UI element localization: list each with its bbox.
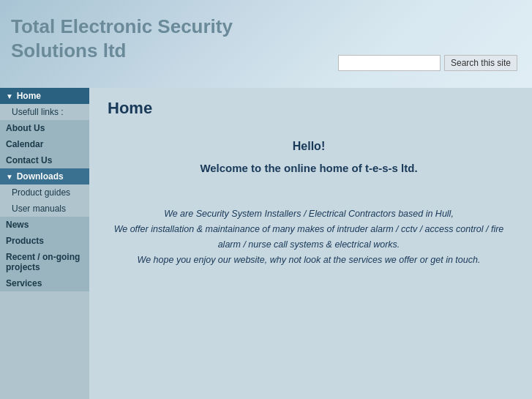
- hello-heading: Hello!: [108, 140, 510, 153]
- main-content: Home Hello! Welcome to the online home o…: [89, 88, 532, 399]
- sidebar-item-calendar[interactable]: Calendar: [0, 136, 89, 152]
- site-title: Total Electronic Security Solutions ltd: [11, 15, 274, 62]
- sidebar-item-recentprojects[interactable]: Recent / on-going projects: [0, 249, 89, 275]
- triangle-icon-downloads: ▼: [6, 173, 15, 181]
- sidebar-item-products[interactable]: Products: [0, 233, 89, 249]
- triangle-icon: ▼: [6, 92, 15, 100]
- sidebar-item-downloads[interactable]: ▼ Downloads: [0, 168, 89, 184]
- sidebar-item-productguides[interactable]: Product guides: [0, 184, 89, 201]
- sidebar-item-home[interactable]: ▼ Home: [0, 88, 89, 104]
- sidebar-item-aboutus[interactable]: About Us: [0, 120, 89, 136]
- sidebar-item-usefulllinks: Usefull links :: [0, 104, 89, 120]
- sidebar-item-contactus[interactable]: Contact Us: [0, 152, 89, 168]
- desc-line-1: We are Security System Installers / Elec…: [108, 206, 510, 222]
- description-section: We are Security System Installers / Elec…: [108, 206, 510, 269]
- search-input[interactable]: [338, 55, 441, 71]
- sidebar-item-usermanuals[interactable]: User manuals: [0, 201, 89, 217]
- sidebar-item-services[interactable]: Services: [0, 275, 89, 291]
- welcome-heading: Welcome to the online home of t-e-s-s lt…: [108, 160, 510, 177]
- header: Total Electronic Security Solutions ltd …: [0, 0, 532, 88]
- sidebar: ▼ Home Usefull links : About Us Calendar…: [0, 88, 89, 399]
- desc-line-2: We offer installation & maintainance of …: [108, 222, 510, 253]
- search-button[interactable]: Search this site: [444, 55, 517, 71]
- layout: ▼ Home Usefull links : About Us Calendar…: [0, 88, 532, 399]
- desc-line-3: We hope you enjoy our website, why not l…: [108, 253, 510, 268]
- page-title: Home: [108, 99, 510, 118]
- sidebar-item-news[interactable]: News: [0, 217, 89, 233]
- search-area: Search this site: [338, 55, 517, 71]
